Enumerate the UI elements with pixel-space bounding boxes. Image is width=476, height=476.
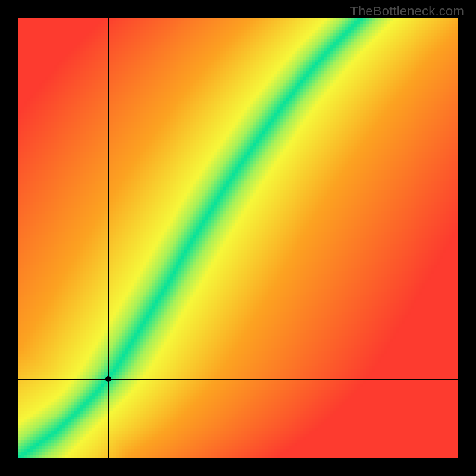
heatmap-canvas	[18, 18, 458, 458]
crosshair-horizontal	[18, 379, 458, 380]
chart-frame: TheBottleneck.com	[0, 0, 476, 476]
heatmap-plot	[18, 18, 458, 458]
watermark-text: TheBottleneck.com	[350, 4, 464, 19]
crosshair-vertical	[108, 18, 109, 458]
selection-marker	[105, 376, 111, 382]
